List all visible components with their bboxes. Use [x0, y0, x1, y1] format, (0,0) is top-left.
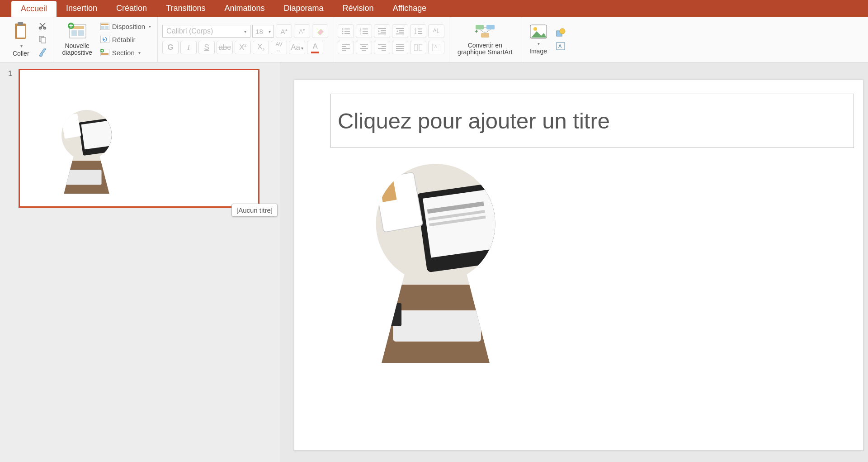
- font-name-value: Calibri (Corps): [166, 27, 213, 35]
- bold-button[interactable]: G: [162, 41, 179, 54]
- svg-rect-33: [381, 30, 386, 31]
- align-left-button[interactable]: [338, 41, 354, 54]
- font-size-select[interactable]: 18 ▾: [252, 25, 274, 38]
- new-slide-button[interactable]: Nouvelle diapositive: [59, 21, 96, 58]
- numbering-button[interactable]: 123: [356, 24, 372, 38]
- slide-image-shape[interactable]: [362, 164, 509, 363]
- svg-rect-45: [342, 46, 346, 47]
- copy-button[interactable]: [36, 33, 49, 45]
- clipboard-icon: [13, 22, 28, 42]
- svg-rect-27: [363, 29, 368, 29]
- superscript-icon: X2: [239, 43, 246, 52]
- strikethrough-button[interactable]: abc: [217, 41, 233, 54]
- underline-button[interactable]: S: [198, 41, 215, 54]
- group-smartart: Convertir en graphique SmartArt: [449, 17, 521, 62]
- slide-canvas[interactable]: Cliquez pour ajouter un titre: [294, 80, 863, 451]
- align-text-button[interactable]: A: [428, 41, 444, 54]
- align-center-button[interactable]: [356, 41, 372, 54]
- columns-button[interactable]: [410, 41, 426, 54]
- section-button[interactable]: Section ▾: [99, 48, 153, 57]
- text-box-button[interactable]: A: [554, 40, 567, 52]
- para-bottom-row: A: [338, 41, 444, 54]
- thumbnail-image-shape: [56, 110, 117, 194]
- tab-creation[interactable]: Création: [107, 0, 156, 17]
- tab-insertion[interactable]: Insertion: [57, 0, 107, 17]
- svg-rect-1: [17, 26, 25, 38]
- svg-point-70: [560, 29, 565, 34]
- italic-button[interactable]: I: [180, 41, 197, 54]
- ribbon: ▾ Coller Nouvelle diapositive Dispositio…: [0, 17, 868, 62]
- bullets-button[interactable]: [338, 24, 354, 38]
- image-button[interactable]: ▾ Image: [526, 22, 551, 57]
- increase-font-icon: A▴: [281, 27, 288, 35]
- shapes-button[interactable]: [554, 27, 567, 38]
- svg-point-24: [342, 33, 344, 34]
- svg-text:A: A: [433, 28, 437, 33]
- section-icon: [100, 49, 109, 56]
- reset-button[interactable]: Rétablir: [99, 35, 153, 44]
- svg-rect-32: [378, 28, 386, 29]
- char-spacing-button[interactable]: AV↔: [271, 41, 287, 54]
- svg-rect-13: [101, 24, 108, 25]
- increase-font-button[interactable]: A▴: [276, 24, 292, 38]
- superscript-button[interactable]: X2: [235, 41, 251, 54]
- smartart-icon: [474, 23, 496, 40]
- svg-rect-80: [66, 170, 101, 185]
- title-placeholder-box[interactable]: Cliquez pour ajouter un titre: [330, 94, 854, 148]
- text-direction-button[interactable]: A: [428, 24, 444, 38]
- font-color-icon: A: [312, 42, 317, 51]
- align-left-icon: [342, 44, 350, 51]
- font-color-button[interactable]: A: [307, 41, 323, 54]
- font-rows: Calibri (Corps) ▾ 18 ▾ A▴ A▾ G I S abc X…: [162, 24, 328, 54]
- svg-rect-39: [396, 33, 404, 34]
- svg-rect-47: [342, 50, 346, 51]
- title-placeholder-text: Cliquez pour ajouter un titre: [338, 108, 610, 133]
- svg-rect-31: [363, 33, 368, 34]
- svg-rect-46: [342, 48, 350, 49]
- subscript-button[interactable]: X2: [253, 41, 269, 54]
- chevron-down-icon: ▾: [244, 29, 246, 34]
- svg-rect-21: [344, 29, 350, 29]
- reset-label: Rétablir: [112, 36, 136, 43]
- chevron-down-icon: ▾: [138, 50, 141, 55]
- tab-revision[interactable]: Révision: [333, 0, 383, 17]
- decrease-font-button[interactable]: A▾: [294, 24, 310, 38]
- tab-transitions[interactable]: Transitions: [156, 0, 215, 17]
- smartart-button[interactable]: Convertir en graphique SmartArt: [454, 21, 516, 58]
- slide-thumbnail-1[interactable]: [19, 69, 259, 208]
- justify-button[interactable]: [392, 41, 408, 54]
- cut-button[interactable]: [36, 20, 49, 32]
- line-spacing-button[interactable]: [410, 24, 426, 38]
- change-case-button[interactable]: Aa▾: [289, 41, 305, 54]
- copy-icon: [38, 35, 47, 43]
- align-right-button[interactable]: [374, 41, 390, 54]
- svg-text:A: A: [558, 43, 562, 49]
- svg-rect-54: [378, 48, 386, 49]
- decrease-indent-button[interactable]: [374, 24, 390, 38]
- layout-label: Disposition: [112, 23, 145, 30]
- svg-rect-60: [414, 44, 417, 51]
- svg-rect-66: [481, 33, 489, 38]
- clipboard-small-col: [36, 20, 49, 59]
- tab-diaporama[interactable]: Diaporama: [274, 0, 333, 17]
- tab-affichage[interactable]: Affichage: [383, 0, 436, 17]
- svg-rect-38: [399, 32, 404, 33]
- line-spacing-icon: [414, 28, 422, 34]
- svg-rect-52: [378, 44, 386, 45]
- font-name-select[interactable]: Calibri (Corps) ▾: [162, 25, 250, 38]
- thumbnail-tooltip: [Aucun titre]: [231, 204, 278, 217]
- text-direction-icon: A: [432, 28, 440, 35]
- layout-button[interactable]: Disposition ▾: [99, 22, 153, 31]
- svg-rect-15: [105, 26, 108, 29]
- ribbon-tab-strip: Accueil Insertion Création Transitions A…: [0, 0, 868, 17]
- format-painter-button[interactable]: [36, 47, 49, 59]
- clear-formatting-button[interactable]: [312, 24, 328, 38]
- slide-number: 1: [8, 69, 12, 208]
- svg-rect-40: [418, 29, 422, 29]
- increase-indent-button[interactable]: [392, 24, 408, 38]
- paste-label: Coller: [13, 50, 29, 57]
- tab-animations[interactable]: Animations: [215, 0, 274, 17]
- tab-accueil[interactable]: Accueil: [11, 1, 57, 17]
- paste-button[interactable]: ▾ Coller: [9, 20, 33, 59]
- svg-text:3: 3: [360, 32, 361, 34]
